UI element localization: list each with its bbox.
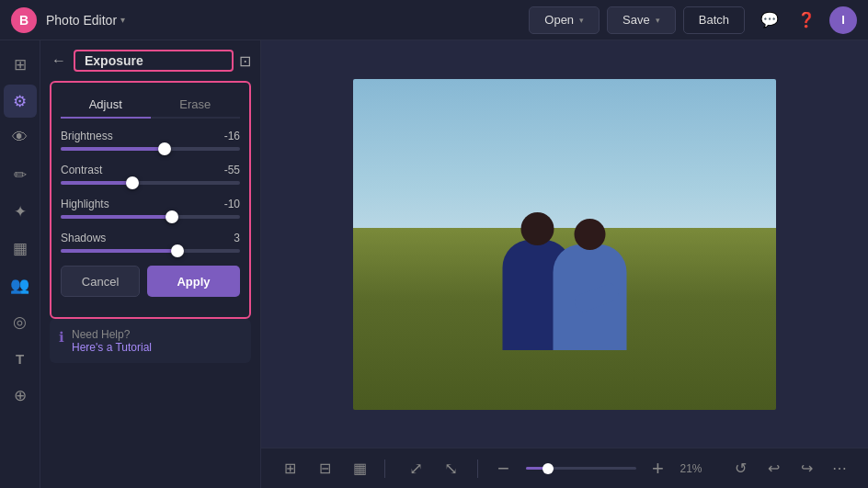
slider-group-highlights: Highlights -10	[61, 198, 240, 219]
tab-erase[interactable]: Erase	[151, 92, 241, 119]
slider-thumb-2[interactable]	[166, 210, 178, 223]
panel-back-button[interactable]: ←	[50, 51, 68, 71]
open-button[interactable]: Open ▾	[529, 6, 600, 34]
app-logo: B	[11, 7, 37, 33]
help-text: Need Help?	[72, 328, 152, 341]
bottom-right: ↺ ↩ ↪ ⋯	[726, 455, 853, 482]
slider-label-row-2: Highlights -10	[61, 198, 240, 210]
zoom-out-button[interactable]: −	[491, 456, 517, 482]
adjustments-icon-button[interactable]: ⚙	[4, 85, 37, 118]
help-icon-button[interactable]: ❓	[793, 6, 820, 34]
grid-icon-button[interactable]: ▦	[4, 232, 37, 265]
slider-track-2[interactable]	[61, 215, 240, 219]
fit-screen-button[interactable]: ⤡	[439, 456, 464, 482]
divider-2	[477, 460, 478, 478]
slider-label-0: Brightness	[61, 130, 113, 142]
slider-thumb-1[interactable]	[126, 176, 139, 189]
slider-group-contrast: Contrast -55	[61, 164, 240, 185]
slider-label-row-0: Brightness -16	[61, 130, 240, 142]
heal-icon-button[interactable]: ✦	[4, 195, 37, 228]
panel-title: Exposure	[74, 50, 234, 72]
redo-icon[interactable]: ↪	[793, 455, 820, 482]
canvas-content	[261, 40, 868, 448]
app-name: Photo Editor	[46, 13, 117, 28]
layers-icon-button[interactable]: ⊞	[4, 48, 37, 81]
save-chevron-icon: ▾	[656, 16, 660, 25]
slider-value-1: -55	[214, 164, 240, 176]
slider-thumb-0[interactable]	[158, 142, 171, 155]
fit-width-button[interactable]: ⤢	[404, 456, 429, 482]
icon-bar: ⊞ ⚙ 👁 ✏ ✦ ▦ 👥 ◎ T ⊕	[0, 40, 40, 488]
head-right	[575, 219, 606, 250]
text-icon-button[interactable]: T	[4, 342, 37, 375]
layers-bottom-icon[interactable]: ⊞	[276, 455, 303, 482]
panel-help: ℹ Need Help? Here's a Tutorial	[50, 319, 251, 363]
compare-icon[interactable]: ⊟	[311, 455, 338, 482]
app-chevron-icon: ▾	[120, 15, 125, 25]
slider-group-brightness: Brightness -16	[61, 130, 240, 151]
brush-icon-button[interactable]: ✏	[4, 158, 37, 191]
photo-canvas	[353, 79, 776, 410]
topbar: B Photo Editor ▾ Open ▾ Save ▾ Batch 💬 ❓…	[0, 0, 868, 40]
slider-group-shadows: Shadows 3	[61, 232, 240, 253]
user-avatar[interactable]: I	[829, 6, 857, 34]
sliders-container: Brightness -16 Contrast -55 Highlights -…	[61, 130, 240, 253]
slider-thumb-3[interactable]	[171, 244, 184, 257]
slider-fill-0	[61, 147, 165, 151]
cancel-button[interactable]: Cancel	[61, 266, 140, 297]
chat-icon-button[interactable]: 💬	[756, 6, 783, 34]
topbar-actions: Open ▾ Save ▾ Batch	[529, 6, 745, 34]
topbar-right-icons: 💬 ❓ I	[756, 6, 857, 34]
slider-track-3[interactable]	[61, 249, 240, 253]
slider-label-row-3: Shadows 3	[61, 232, 240, 244]
save-button[interactable]: Save ▾	[607, 6, 676, 34]
slider-value-2: -10	[214, 198, 240, 210]
lens-icon-button[interactable]: ◎	[4, 305, 37, 338]
slider-label-3: Shadows	[61, 232, 106, 244]
panel-header: ← Exposure ⊡	[50, 50, 251, 72]
open-chevron-icon: ▾	[579, 16, 584, 25]
divider-1	[384, 460, 385, 478]
bottom-bar: ⊞ ⊟ ▦ ⤢ ⤡ − + 21% ↺ ↩ ↪ ⋯	[261, 448, 868, 488]
apply-button[interactable]: Apply	[147, 266, 240, 297]
panel: ← Exposure ⊡ Adjust Erase Brightness -16…	[40, 40, 261, 488]
people-icon-button[interactable]: 👥	[4, 268, 37, 301]
slider-track-1[interactable]	[61, 181, 240, 185]
slider-value-0: -16	[214, 130, 240, 142]
tab-adjust[interactable]: Adjust	[61, 92, 151, 119]
head-left	[520, 212, 554, 245]
zoom-in-button[interactable]: +	[645, 456, 671, 482]
slider-label-1: Contrast	[61, 164, 102, 176]
slider-fill-3	[61, 249, 177, 253]
slider-fill-1	[61, 181, 132, 185]
help-circle-icon: ℹ	[59, 329, 64, 346]
slider-track-0[interactable]	[61, 147, 240, 151]
canvas-area: ⊞ ⊟ ▦ ⤢ ⤡ − + 21% ↺ ↩ ↪ ⋯	[261, 40, 868, 488]
watermark-icon-button[interactable]: ⊕	[4, 379, 37, 412]
panel-tabs: Adjust Erase	[61, 92, 240, 119]
undo-icon[interactable]: ↩	[760, 455, 787, 482]
eye-icon-button[interactable]: 👁	[4, 121, 37, 154]
slider-label-2: Highlights	[61, 198, 109, 210]
tutorial-link[interactable]: Here's a Tutorial	[72, 341, 152, 354]
grid-bottom-icon[interactable]: ▦	[346, 455, 373, 482]
zoom-slider-track	[526, 467, 636, 470]
more-icon[interactable]: ⋯	[826, 455, 853, 482]
zoom-value: 21%	[680, 462, 713, 475]
batch-button[interactable]: Batch	[683, 6, 745, 34]
slider-value-3: 3	[214, 232, 240, 244]
main-area: ⊞ ⚙ 👁 ✏ ✦ ▦ 👥 ◎ T ⊕ ← Exposure ⊡ Adjust …	[0, 40, 868, 488]
panel-content-box: Adjust Erase Brightness -16 Contrast -55	[50, 81, 251, 319]
bottom-center: ⤢ ⤡ − + 21%	[396, 456, 719, 482]
panel-bookmark-button[interactable]: ⊡	[239, 52, 251, 70]
zoom-slider-thumb[interactable]	[542, 463, 554, 474]
slider-fill-2	[61, 215, 172, 219]
slider-label-row-1: Contrast -55	[61, 164, 240, 176]
reset-icon[interactable]: ↺	[726, 455, 754, 482]
panel-actions: Cancel Apply	[61, 266, 240, 297]
